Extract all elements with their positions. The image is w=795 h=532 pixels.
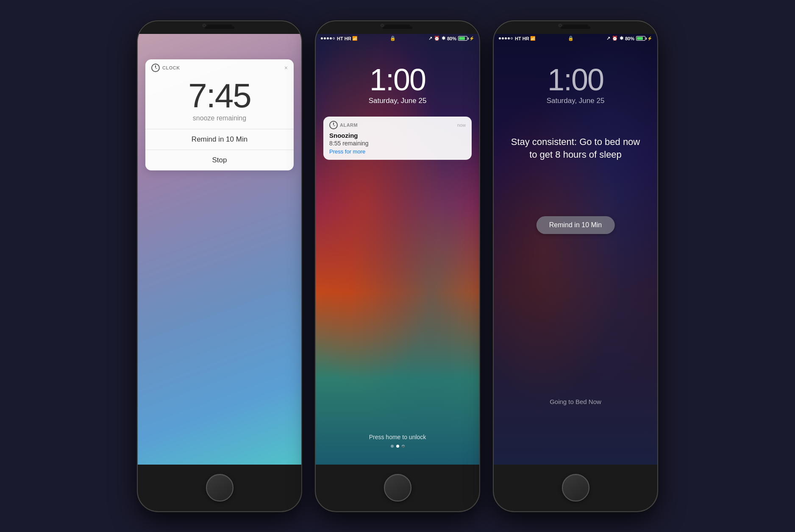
- bedtime-message: Stay consistent: Go to bed now to get 8 …: [506, 136, 645, 162]
- speaker-3: [561, 26, 590, 29]
- speaker-1: [205, 26, 234, 29]
- time-display-1: 7:45 snooze remaining: [145, 75, 294, 125]
- battery-pct-2: 80%: [447, 36, 456, 41]
- lock-notif-appname-2: ALARM: [340, 123, 358, 128]
- stop-button-1[interactable]: Stop: [145, 150, 294, 170]
- snooze-label-1: snooze remaining: [154, 114, 285, 122]
- lock-date-2: Saturday, June 25: [316, 97, 479, 105]
- dot3: [327, 37, 329, 39]
- lock-icon-3: 🔒: [568, 36, 574, 41]
- wifi-icon-2: 📶: [352, 36, 357, 41]
- battery-fill-2: [459, 37, 465, 40]
- clock-app-icon: [151, 64, 160, 72]
- battery-fill-3: [637, 37, 643, 40]
- status-left-2: HT HR 📶: [321, 36, 357, 41]
- iphone-2-top: [316, 21, 479, 34]
- lock-dot-camera: 📷: [402, 445, 405, 448]
- front-camera-1: [203, 24, 206, 27]
- lock-notif-header-2: ALARM now: [329, 121, 466, 129]
- front-camera-2: [381, 24, 384, 27]
- battery-2: [458, 36, 467, 41]
- lock-screen-bottom-2: Press home to unlock 📷: [316, 434, 479, 448]
- lock-notif-subtitle-2: 8:55 remaining: [329, 140, 466, 147]
- battery-pct-3: 80%: [625, 36, 634, 41]
- iphone-2-bottom: [316, 465, 479, 511]
- arrow-icon-2: ↗: [428, 36, 432, 41]
- home-button-1[interactable]: [206, 474, 233, 501]
- carrier-2: HT HR: [337, 36, 351, 41]
- battery-icon-3: [636, 36, 645, 41]
- iphone-1-screen: CLOCK × 7:45 snooze remaining Remind in …: [138, 34, 301, 465]
- iphone-1-bottom: [138, 465, 301, 511]
- lock-dot-1: [391, 445, 394, 448]
- lock-notif-more-2[interactable]: Press for more: [329, 148, 466, 155]
- notification-card-1: CLOCK × 7:45 snooze remaining Remind in …: [145, 59, 294, 170]
- battery-3: [636, 36, 645, 41]
- close-button-1[interactable]: ×: [284, 65, 288, 71]
- dot4-3: [508, 37, 510, 39]
- dot2-3: [502, 37, 504, 39]
- lock-notif-title-2: Snoozing: [329, 132, 466, 139]
- remind-button-1[interactable]: Remind in 10 Min: [145, 129, 294, 150]
- arrow-icon-3: ↗: [606, 36, 610, 41]
- iphone-3-top: [494, 21, 657, 34]
- lock-dots-2: 📷: [316, 445, 479, 448]
- bedtime-text: Stay consistent: Go to bed now to get 8 …: [506, 136, 645, 162]
- lock-time-2: 1:00 Saturday, June 25: [316, 43, 479, 105]
- press-home-2: Press home to unlock: [316, 434, 479, 440]
- status-bar-3: HT HR 📶 🔒 ↗ ⏰ ✱ 80% ⚡: [494, 34, 657, 43]
- alarm-icon-3: ⏰: [612, 36, 618, 41]
- lock-notif-card-2[interactable]: ALARM now Snoozing 8:55 remaining Press …: [323, 117, 472, 160]
- dot5-3: [511, 37, 513, 39]
- home-button-3[interactable]: [562, 474, 589, 501]
- iphone-2-screen: HT HR 📶 🔒 ↗ ⏰ ✱ 80% ⚡ 1:00 Saturday, Jun…: [316, 34, 479, 465]
- iphone-3-screen: HT HR 📶 🔒 ↗ ⏰ ✱ 80% ⚡ 1:00 Saturday, Jun…: [494, 34, 657, 465]
- status-right-3: ↗ ⏰ ✱ 80% ⚡: [606, 36, 652, 41]
- status-bar-2: HT HR 📶 🔒 ↗ ⏰ ✱ 80% ⚡: [316, 34, 479, 43]
- going-to-bed-label: Going to Bed Now: [494, 398, 657, 405]
- status-right-2: ↗ ⏰ ✱ 80% ⚡: [428, 36, 474, 41]
- dot1-3: [499, 37, 501, 39]
- phone3-date: Saturday, June 25: [494, 97, 657, 105]
- phone3-time-big: 1:00: [494, 64, 657, 95]
- app-info-1: CLOCK: [151, 64, 180, 72]
- wifi-icon-3: 📶: [530, 36, 535, 41]
- lock-notif-app-2: ALARM: [329, 121, 358, 129]
- lock-icon-2: 🔒: [390, 36, 396, 41]
- iphone-2: HT HR 📶 🔒 ↗ ⏰ ✱ 80% ⚡ 1:00 Saturday, Jun…: [315, 20, 480, 512]
- lock-notif-time-2: now: [457, 123, 466, 128]
- carrier-3: HT HR: [515, 36, 529, 41]
- lock-dot-2: [396, 445, 399, 448]
- signal-2: [321, 37, 335, 39]
- clock-icon-2: [329, 121, 338, 129]
- bluetooth-icon-3: ✱: [620, 36, 623, 41]
- dot3-3: [505, 37, 507, 39]
- battery-icon-2: [458, 36, 467, 41]
- remind-button-3[interactable]: Remind in 10 Min: [536, 216, 615, 234]
- charging-icon-3: ⚡: [647, 36, 652, 41]
- signal-3: [499, 37, 513, 39]
- dot1: [321, 37, 323, 39]
- lock-time-big-2: 1:00: [316, 64, 479, 95]
- big-time-1: 7:45: [154, 79, 285, 113]
- phone3-time: 1:00 Saturday, June 25: [494, 43, 657, 105]
- dot4: [330, 37, 332, 39]
- speaker-2: [383, 26, 412, 29]
- bluetooth-icon-2: ✱: [442, 36, 445, 41]
- front-camera-3: [559, 24, 562, 27]
- iphone-3-bottom: [494, 465, 657, 511]
- iphone-1: CLOCK × 7:45 snooze remaining Remind in …: [137, 20, 302, 512]
- home-button-2[interactable]: [384, 474, 411, 501]
- status-left-3: HT HR 📶: [499, 36, 535, 41]
- notification-header-1: CLOCK ×: [145, 59, 294, 75]
- iphone-3: HT HR 📶 🔒 ↗ ⏰ ✱ 80% ⚡ 1:00 Saturday, Jun…: [493, 20, 658, 512]
- iphone-1-top: [138, 21, 301, 34]
- actions-1: Remind in 10 Min Stop: [145, 129, 294, 170]
- app-name-1: CLOCK: [162, 65, 180, 70]
- dot2: [324, 37, 326, 39]
- charging-icon-2: ⚡: [469, 36, 474, 41]
- alarm-icon-2: ⏰: [434, 36, 440, 41]
- dot5: [333, 37, 335, 39]
